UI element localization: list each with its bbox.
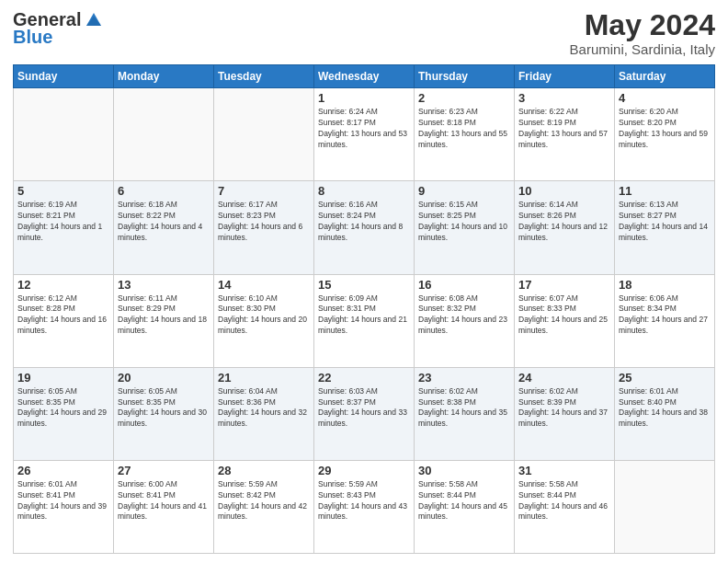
location-text: Barumini, Sardinia, Italy: [570, 41, 715, 57]
cell-date-number: 31: [518, 464, 610, 477]
calendar-cell: 22Sunrise: 6:03 AMSunset: 8:37 PMDayligh…: [314, 367, 415, 460]
calendar-cell: 24Sunrise: 6:02 AMSunset: 8:39 PMDayligh…: [515, 367, 615, 460]
cell-sun-info: Sunrise: 6:00 AMSunset: 8:41 PMDaylight:…: [118, 479, 210, 523]
calendar-week-row-4: 19Sunrise: 6:05 AMSunset: 8:35 PMDayligh…: [14, 367, 715, 460]
calendar-cell: 10Sunrise: 6:14 AMSunset: 8:26 PMDayligh…: [515, 181, 615, 274]
calendar-cell: 27Sunrise: 6:00 AMSunset: 8:41 PMDayligh…: [114, 460, 214, 553]
calendar-cell: 4Sunrise: 6:20 AMSunset: 8:20 PMDaylight…: [615, 88, 715, 181]
cell-sun-info: Sunrise: 6:07 AMSunset: 8:33 PMDaylight:…: [518, 293, 610, 338]
calendar-cell: 26Sunrise: 6:01 AMSunset: 8:41 PMDayligh…: [14, 460, 114, 553]
cell-date-number: 16: [418, 278, 510, 292]
calendar-cell: 11Sunrise: 6:13 AMSunset: 8:27 PMDayligh…: [615, 181, 715, 274]
calendar-cell: 30Sunrise: 5:58 AMSunset: 8:44 PMDayligh…: [415, 460, 515, 553]
cell-date-number: 8: [318, 184, 410, 198]
cell-sun-info: Sunrise: 6:11 AMSunset: 8:29 PMDaylight:…: [118, 293, 210, 338]
calendar-cell: 19Sunrise: 6:05 AMSunset: 8:35 PMDayligh…: [14, 367, 114, 460]
cell-sun-info: Sunrise: 6:12 AMSunset: 8:28 PMDaylight:…: [17, 293, 109, 338]
cell-date-number: 13: [118, 278, 210, 292]
cell-sun-info: Sunrise: 6:15 AMSunset: 8:25 PMDaylight:…: [418, 200, 510, 244]
calendar-cell: 5Sunrise: 6:19 AMSunset: 8:21 PMDaylight…: [14, 181, 114, 274]
cell-date-number: 4: [619, 91, 711, 105]
cell-date-number: 2: [418, 91, 510, 105]
cell-sun-info: Sunrise: 6:17 AMSunset: 8:23 PMDaylight:…: [218, 200, 310, 244]
cell-date-number: 29: [318, 464, 410, 477]
calendar-cell: 21Sunrise: 6:04 AMSunset: 8:36 PMDayligh…: [214, 367, 314, 460]
cell-sun-info: Sunrise: 6:16 AMSunset: 8:24 PMDaylight:…: [318, 200, 410, 244]
cell-date-number: 1: [318, 91, 410, 105]
cell-date-number: 7: [218, 184, 310, 198]
calendar-cell: 1Sunrise: 6:24 AMSunset: 8:17 PMDaylight…: [314, 88, 415, 181]
cell-date-number: 5: [17, 184, 109, 198]
page: General Blue May 2024 Barumini, Sardinia…: [0, 0, 728, 563]
calendar-cell: 20Sunrise: 6:05 AMSunset: 8:35 PMDayligh…: [114, 367, 214, 460]
cell-sun-info: Sunrise: 6:01 AMSunset: 8:41 PMDaylight:…: [17, 479, 109, 523]
calendar-cell: 2Sunrise: 6:23 AMSunset: 8:18 PMDaylight…: [415, 88, 515, 181]
cell-sun-info: Sunrise: 6:14 AMSunset: 8:26 PMDaylight:…: [518, 200, 610, 244]
cell-date-number: 27: [118, 464, 210, 477]
calendar-cell: [14, 88, 114, 181]
calendar-cell: 16Sunrise: 6:08 AMSunset: 8:32 PMDayligh…: [415, 274, 515, 367]
calendar-cell: 17Sunrise: 6:07 AMSunset: 8:33 PMDayligh…: [515, 274, 615, 367]
header-thursday: Thursday: [415, 65, 515, 88]
cell-date-number: 24: [518, 371, 610, 385]
cell-date-number: 9: [418, 184, 510, 198]
calendar-cell: 31Sunrise: 5:58 AMSunset: 8:44 PMDayligh…: [515, 460, 615, 553]
weekday-header-row: Sunday Monday Tuesday Wednesday Thursday…: [14, 65, 715, 88]
calendar-week-row-1: 1Sunrise: 6:24 AMSunset: 8:17 PMDaylight…: [14, 88, 715, 181]
cell-sun-info: Sunrise: 6:22 AMSunset: 8:19 PMDaylight:…: [518, 107, 610, 151]
cell-sun-info: Sunrise: 6:19 AMSunset: 8:21 PMDaylight:…: [17, 200, 109, 244]
cell-sun-info: Sunrise: 6:10 AMSunset: 8:30 PMDaylight:…: [218, 293, 310, 338]
header-friday: Friday: [515, 65, 615, 88]
calendar-cell: 18Sunrise: 6:06 AMSunset: 8:34 PMDayligh…: [615, 274, 715, 367]
cell-date-number: 15: [318, 278, 410, 292]
calendar-cell: 15Sunrise: 6:09 AMSunset: 8:31 PMDayligh…: [314, 274, 415, 367]
cell-sun-info: Sunrise: 6:08 AMSunset: 8:32 PMDaylight:…: [418, 293, 510, 338]
cell-sun-info: Sunrise: 6:09 AMSunset: 8:31 PMDaylight:…: [318, 293, 410, 338]
cell-sun-info: Sunrise: 5:58 AMSunset: 8:44 PMDaylight:…: [518, 479, 610, 523]
cell-sun-info: Sunrise: 6:02 AMSunset: 8:38 PMDaylight:…: [418, 386, 510, 431]
cell-sun-info: Sunrise: 6:20 AMSunset: 8:20 PMDaylight:…: [619, 107, 711, 151]
cell-date-number: 17: [518, 278, 610, 292]
cell-sun-info: Sunrise: 6:06 AMSunset: 8:34 PMDaylight:…: [619, 293, 711, 338]
logo-blue-text: Blue: [13, 27, 52, 48]
cell-sun-info: Sunrise: 6:18 AMSunset: 8:22 PMDaylight:…: [118, 200, 210, 244]
cell-date-number: 28: [218, 464, 310, 477]
cell-sun-info: Sunrise: 6:13 AMSunset: 8:27 PMDaylight:…: [619, 200, 711, 244]
cell-sun-info: Sunrise: 5:58 AMSunset: 8:44 PMDaylight:…: [418, 479, 510, 523]
cell-date-number: 23: [418, 371, 510, 385]
cell-sun-info: Sunrise: 5:59 AMSunset: 8:42 PMDaylight:…: [218, 479, 310, 523]
header-monday: Monday: [114, 65, 214, 88]
cell-date-number: 12: [17, 278, 109, 292]
cell-sun-info: Sunrise: 6:05 AMSunset: 8:35 PMDaylight:…: [17, 386, 109, 431]
cell-date-number: 6: [118, 184, 210, 198]
header: General Blue May 2024 Barumini, Sardinia…: [13, 9, 715, 57]
calendar-cell: 29Sunrise: 5:59 AMSunset: 8:43 PMDayligh…: [314, 460, 415, 553]
logo: General Blue: [13, 9, 103, 48]
cell-sun-info: Sunrise: 6:24 AMSunset: 8:17 PMDaylight:…: [318, 107, 410, 151]
cell-sun-info: Sunrise: 6:23 AMSunset: 8:18 PMDaylight:…: [418, 107, 510, 151]
cell-date-number: 21: [218, 371, 310, 385]
calendar-week-row-5: 26Sunrise: 6:01 AMSunset: 8:41 PMDayligh…: [14, 460, 715, 553]
cell-sun-info: Sunrise: 6:05 AMSunset: 8:35 PMDaylight:…: [118, 386, 210, 431]
calendar-cell: 23Sunrise: 6:02 AMSunset: 8:38 PMDayligh…: [415, 367, 515, 460]
cell-date-number: 30: [418, 464, 510, 477]
calendar-week-row-3: 12Sunrise: 6:12 AMSunset: 8:28 PMDayligh…: [14, 274, 715, 367]
cell-date-number: 25: [619, 371, 711, 385]
cell-date-number: 3: [518, 91, 610, 105]
cell-date-number: 20: [118, 371, 210, 385]
header-sunday: Sunday: [14, 65, 114, 88]
cell-sun-info: Sunrise: 6:02 AMSunset: 8:39 PMDaylight:…: [518, 386, 610, 431]
header-tuesday: Tuesday: [214, 65, 314, 88]
title-block: May 2024 Barumini, Sardinia, Italy: [570, 9, 715, 57]
cell-date-number: 10: [518, 184, 610, 198]
calendar-cell: 13Sunrise: 6:11 AMSunset: 8:29 PMDayligh…: [114, 274, 214, 367]
cell-date-number: 26: [17, 464, 109, 477]
calendar-cell: 14Sunrise: 6:10 AMSunset: 8:30 PMDayligh…: [214, 274, 314, 367]
cell-sun-info: Sunrise: 6:03 AMSunset: 8:37 PMDaylight:…: [318, 386, 410, 431]
svg-marker-1: [86, 17, 101, 26]
calendar-cell: 3Sunrise: 6:22 AMSunset: 8:19 PMDaylight…: [515, 88, 615, 181]
calendar-cell: 9Sunrise: 6:15 AMSunset: 8:25 PMDaylight…: [415, 181, 515, 274]
cell-date-number: 19: [17, 371, 109, 385]
cell-sun-info: Sunrise: 5:59 AMSunset: 8:43 PMDaylight:…: [318, 479, 410, 523]
cell-sun-info: Sunrise: 6:04 AMSunset: 8:36 PMDaylight:…: [218, 386, 310, 431]
